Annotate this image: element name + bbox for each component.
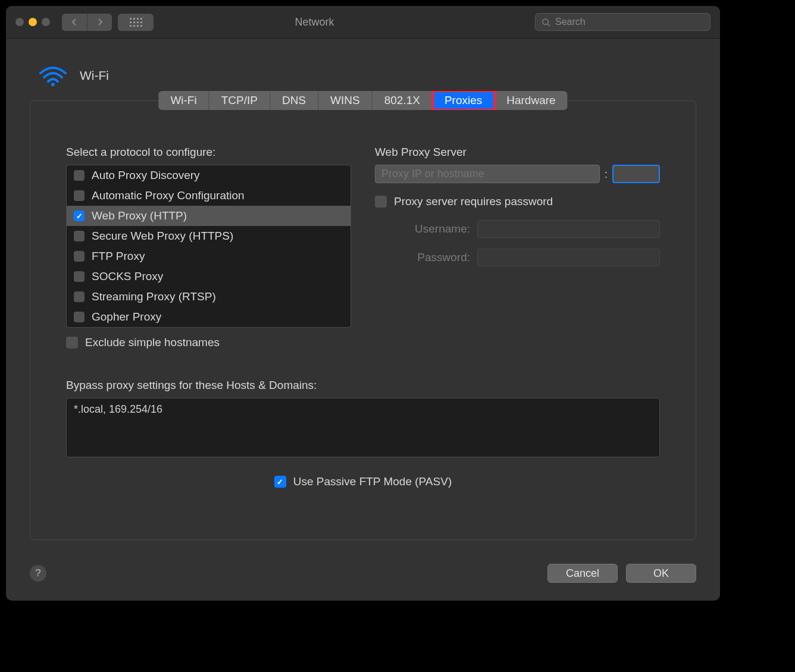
tab-dns[interactable]: DNS [270, 91, 318, 110]
cancel-button[interactable]: Cancel [547, 564, 618, 583]
svg-point-2 [51, 83, 55, 86]
help-button[interactable]: ? [30, 565, 46, 582]
protocol-row[interactable]: Gopher Proxy [67, 307, 350, 327]
svg-point-0 [543, 18, 548, 24]
protocol-row[interactable]: SOCKS Proxy [67, 266, 350, 287]
titlebar: Network Search [6, 6, 720, 39]
tab-bar: Wi-FiTCP/IPDNSWINS802.1XProxiesHardware [158, 91, 567, 110]
svg-line-1 [547, 24, 550, 26]
tab-802-1x[interactable]: 802.1X [373, 91, 433, 110]
show-all-button[interactable] [118, 14, 154, 31]
minimize-window-button[interactable] [29, 18, 37, 26]
back-button[interactable] [62, 14, 87, 31]
bypass-textarea[interactable]: *.local, 169.254/16 [66, 398, 660, 457]
forward-button[interactable] [87, 14, 112, 31]
requires-password-checkbox[interactable] [375, 196, 387, 208]
ok-button[interactable]: OK [626, 564, 696, 583]
close-window-button[interactable] [15, 18, 24, 26]
tab-proxies[interactable]: Proxies [433, 91, 494, 110]
protocol-label: FTP Proxy [92, 250, 145, 263]
protocol-row[interactable]: Auto Proxy Discovery [67, 165, 350, 186]
username-input[interactable] [477, 220, 660, 238]
exclude-simple-checkbox[interactable] [66, 337, 78, 348]
proxy-server-heading: Web Proxy Server [375, 146, 660, 159]
proxy-host-input[interactable] [375, 165, 600, 183]
search-icon [542, 18, 550, 27]
protocol-label: SOCKS Proxy [92, 270, 163, 283]
protocol-list: Auto Proxy DiscoveryAutomatic Proxy Conf… [66, 165, 351, 328]
protocol-label: Auto Proxy Discovery [92, 169, 200, 182]
protocols-heading: Select a protocol to configure: [66, 146, 351, 159]
tab-hardware[interactable]: Hardware [494, 91, 567, 110]
password-input[interactable] [477, 249, 660, 266]
protocol-checkbox[interactable] [74, 231, 84, 241]
interface-label: Wi-Fi [80, 68, 109, 83]
username-label: Username: [405, 222, 470, 235]
proxy-port-input[interactable] [612, 165, 660, 183]
colon-separator: : [605, 168, 608, 181]
password-label: Password: [405, 251, 470, 264]
protocol-label: Secure Web Proxy (HTTPS) [92, 230, 233, 243]
protocol-label: Web Proxy (HTTP) [92, 209, 187, 222]
protocol-row[interactable]: FTP Proxy [67, 246, 350, 266]
tab-wi-fi[interactable]: Wi-Fi [158, 91, 209, 110]
protocol-row[interactable]: Secure Web Proxy (HTTPS) [67, 226, 350, 246]
wifi-icon [38, 62, 68, 89]
passive-ftp-label: Use Passive FTP Mode (PASV) [293, 475, 452, 488]
protocol-row[interactable]: Web Proxy (HTTP) [67, 206, 350, 226]
protocol-checkbox[interactable] [74, 312, 84, 322]
search-field[interactable]: Search [535, 13, 711, 31]
protocol-row[interactable]: Automatic Proxy Configuration [67, 186, 350, 206]
window-title: Network [154, 16, 535, 29]
protocol-checkbox[interactable] [74, 190, 84, 201]
protocol-label: Automatic Proxy Configuration [92, 189, 245, 202]
protocol-checkbox[interactable] [74, 170, 84, 181]
protocol-label: Streaming Proxy (RTSP) [92, 290, 216, 303]
maximize-window-button[interactable] [42, 18, 50, 26]
exclude-simple-label: Exclude simple hostnames [85, 336, 220, 349]
protocol-label: Gopher Proxy [92, 310, 161, 324]
protocol-checkbox[interactable] [74, 251, 84, 262]
search-placeholder: Search [555, 17, 586, 27]
passive-ftp-checkbox[interactable] [274, 476, 286, 488]
bypass-heading: Bypass proxy settings for these Hosts & … [66, 379, 660, 392]
tab-wins[interactable]: WINS [318, 91, 373, 110]
protocol-checkbox[interactable] [74, 291, 84, 302]
tab-tcp-ip[interactable]: TCP/IP [209, 91, 270, 110]
protocol-checkbox[interactable] [74, 271, 84, 282]
requires-password-label: Proxy server requires password [394, 195, 553, 208]
protocol-checkbox[interactable] [74, 211, 84, 221]
protocol-row[interactable]: Streaming Proxy (RTSP) [67, 287, 350, 307]
